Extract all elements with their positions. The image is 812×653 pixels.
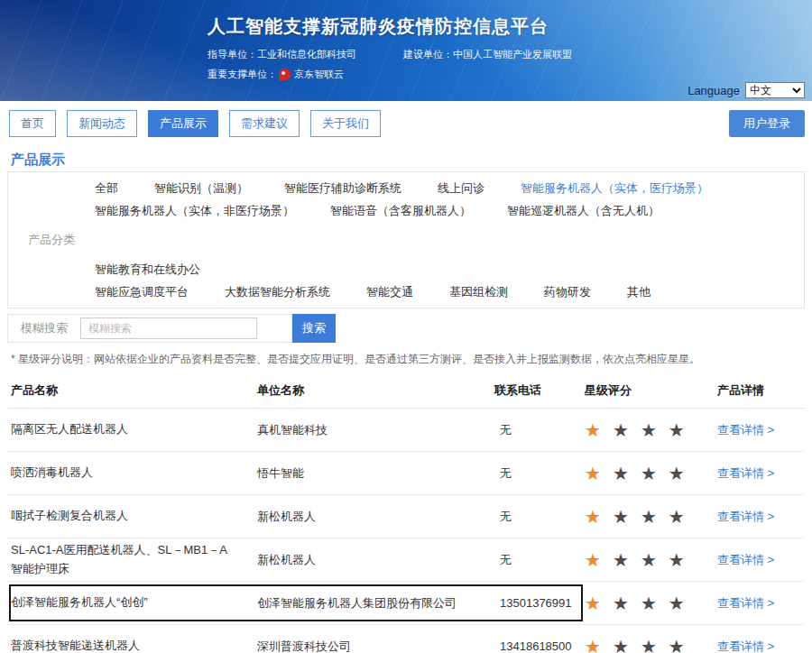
page-title: 产品展示 xyxy=(11,152,812,168)
header-star-rating: 星级评分 xyxy=(585,382,717,399)
search-button[interactable]: 搜索 xyxy=(292,314,336,343)
product-name: 隔离区无人配送机器人 xyxy=(11,420,257,438)
star-empty-icon: ★ xyxy=(613,594,629,612)
table-row: 创泽智能服务机器人“创创”创泽智能服务机器人集团股份有限公司1350137699… xyxy=(7,582,805,625)
search-box: 模糊搜索 xyxy=(7,314,292,343)
guide-unit-text: 指导单位：工业和信息化部科技司 xyxy=(208,48,356,61)
company-name: 真机智能科技 xyxy=(257,422,494,438)
star-filled-icon: ★ xyxy=(585,421,601,439)
rating-note: * 星级评分说明：网站依据企业的产品资料是否完整、是否提交应用证明、是否通过第三… xyxy=(11,352,801,366)
company-name: 悟牛智能 xyxy=(257,465,494,482)
table-row: 喷洒消毒机器人悟牛智能无★★★★查看详情 > xyxy=(7,452,805,495)
detail-cell: 查看详情 > xyxy=(717,509,805,525)
category-item[interactable]: 智能识别（温测） xyxy=(154,177,248,199)
nav-item-requests[interactable]: 需求建议 xyxy=(229,110,300,137)
star-filled-icon: ★ xyxy=(585,551,601,569)
table-header-row: 产品名称 单位名称 联系电话 星级评分 产品详情 xyxy=(7,373,805,409)
site-title: 人工智能支撑新冠肺炎疫情防控信息平台 xyxy=(208,14,572,39)
star-empty-icon: ★ xyxy=(613,421,629,439)
star-empty-icon: ★ xyxy=(641,421,657,439)
search-input[interactable] xyxy=(80,317,257,339)
support-unit-label: 重要支撑单位： xyxy=(208,68,277,81)
star-empty-icon: ★ xyxy=(641,508,657,526)
star-empty-icon: ★ xyxy=(669,551,685,569)
company-name: 新松机器人 xyxy=(257,552,494,568)
star-rating: ★★★★ xyxy=(585,421,717,439)
detail-cell: 查看详情 > xyxy=(717,552,805,568)
detail-cell: 查看详情 > xyxy=(717,465,805,482)
main-nav: 首页 新闻动态 产品展示 需求建议 关于我们 用户登录 xyxy=(0,101,812,146)
contact-phone: 无 xyxy=(494,509,585,525)
table-row: SL-AC1-A医用配送机器人、SL－MB1－A智能护理床新松机器人无★★★★查… xyxy=(7,538,805,582)
category-item[interactable]: 线上问诊 xyxy=(438,177,484,199)
contact-phone: 无 xyxy=(494,422,585,438)
category-filter-panel: 产品分类 全部智能识别（温测）智能医疗辅助诊断系统线上问诊智能服务机器人（实体，… xyxy=(7,171,805,308)
star-empty-icon: ★ xyxy=(641,464,657,483)
product-name: 普渡科技智能递送机器人 xyxy=(11,637,257,653)
product-name: 喷洒消毒机器人 xyxy=(11,464,257,482)
language-select[interactable]: 中文 xyxy=(745,82,805,98)
view-detail-link[interactable]: 查看详情 > xyxy=(717,553,774,566)
language-label: Language xyxy=(687,84,740,97)
star-empty-icon: ★ xyxy=(641,594,657,612)
category-item[interactable]: 药物研发 xyxy=(544,281,591,303)
nav-item-home[interactable]: 首页 xyxy=(9,110,56,137)
category-rows: 全部智能识别（温测）智能医疗辅助诊断系统线上问诊智能服务机器人（实体，医疗场景）… xyxy=(95,177,804,303)
table-row: 隔离区无人配送机器人真机智能科技无★★★★查看详情 > xyxy=(7,409,805,452)
star-empty-icon: ★ xyxy=(669,508,685,526)
category-item-selected[interactable]: 智能服务机器人（实体，医疗场景） xyxy=(521,177,708,199)
star-empty-icon: ★ xyxy=(669,464,685,483)
star-empty-icon: ★ xyxy=(641,551,657,569)
company-name: 深圳普渡科技公司 xyxy=(257,639,494,653)
view-detail-link[interactable]: 查看详情 > xyxy=(717,423,774,437)
header-company-name: 单位名称 xyxy=(257,382,494,399)
view-detail-link[interactable]: 查看详情 > xyxy=(717,510,774,523)
star-empty-icon: ★ xyxy=(641,638,657,653)
category-item[interactable]: 基因组检测 xyxy=(449,281,508,303)
category-item[interactable]: 智能交通 xyxy=(366,281,413,303)
category-row: 全部智能识别（温测）智能医疗辅助诊断系统线上问诊智能服务机器人（实体，医疗场景） xyxy=(95,177,804,199)
star-rating: ★★★★ xyxy=(585,508,717,526)
detail-cell: 查看详情 > xyxy=(717,639,805,653)
view-detail-link[interactable]: 查看详情 > xyxy=(717,639,774,653)
company-name: 新松机器人 xyxy=(257,509,494,525)
star-filled-icon: ★ xyxy=(585,508,601,526)
category-item[interactable]: 其他 xyxy=(627,281,651,303)
star-rating: ★★★★ xyxy=(585,594,717,612)
category-row: 智能应急调度平台大数据智能分析系统智能交通基因组检测药物研发其他 xyxy=(95,281,804,303)
product-table-body: 隔离区无人配送机器人真机智能科技无★★★★查看详情 >喷洒消毒机器人悟牛智能无★… xyxy=(7,409,805,653)
nav-item-news[interactable]: 新闻动态 xyxy=(67,110,137,137)
jd-cloud-logo-icon xyxy=(279,69,291,80)
category-item[interactable]: 智能巡逻机器人（含无人机） xyxy=(507,199,660,222)
category-item[interactable]: 全部 xyxy=(95,177,118,199)
view-detail-link[interactable]: 查看详情 > xyxy=(717,466,774,480)
product-name: 创泽智能服务机器人“创创” xyxy=(11,593,257,612)
category-item[interactable]: 智能医疗辅助诊断系统 xyxy=(284,177,401,199)
company-name: 创泽智能服务机器人集团股份有限公司 xyxy=(257,595,494,612)
star-empty-icon: ★ xyxy=(669,594,685,612)
search-row: 模糊搜索 搜索 xyxy=(7,314,805,343)
contact-phone: 13418618500 xyxy=(494,639,585,653)
star-rating: ★★★★ xyxy=(585,551,717,569)
star-empty-icon: ★ xyxy=(613,508,629,526)
star-empty-icon: ★ xyxy=(613,551,629,569)
star-empty-icon: ★ xyxy=(669,638,685,653)
star-filled-icon: ★ xyxy=(585,594,601,612)
product-table: 产品名称 单位名称 联系电话 星级评分 产品详情 隔离区无人配送机器人真机智能科… xyxy=(7,373,805,653)
category-item[interactable]: 智能应急调度平台 xyxy=(95,281,189,303)
header-product-detail: 产品详情 xyxy=(717,382,805,399)
product-name: 咽拭子检测复合机器人 xyxy=(11,507,257,525)
detail-cell: 查看详情 > xyxy=(717,422,805,438)
nav-item-products[interactable]: 产品展示 xyxy=(148,110,218,137)
star-empty-icon: ★ xyxy=(669,421,685,439)
contact-phone: 13501376991 xyxy=(494,596,585,610)
contact-phone: 无 xyxy=(494,465,585,482)
category-item[interactable]: 智能服务机器人（实体，非医疗场景） xyxy=(95,199,294,222)
category-item[interactable]: 大数据智能分析系统 xyxy=(225,281,330,303)
nav-item-about[interactable]: 关于我们 xyxy=(310,110,381,137)
login-button[interactable]: 用户登录 xyxy=(729,110,805,137)
table-row: 普渡科技智能递送机器人深圳普渡科技公司13418618500★★★★查看详情 > xyxy=(7,625,805,653)
view-detail-link[interactable]: 查看详情 > xyxy=(717,596,774,610)
category-item[interactable]: 智能语音（含客服机器人） xyxy=(330,199,471,222)
category-item[interactable]: 智能教育和在线办公 xyxy=(95,258,200,281)
